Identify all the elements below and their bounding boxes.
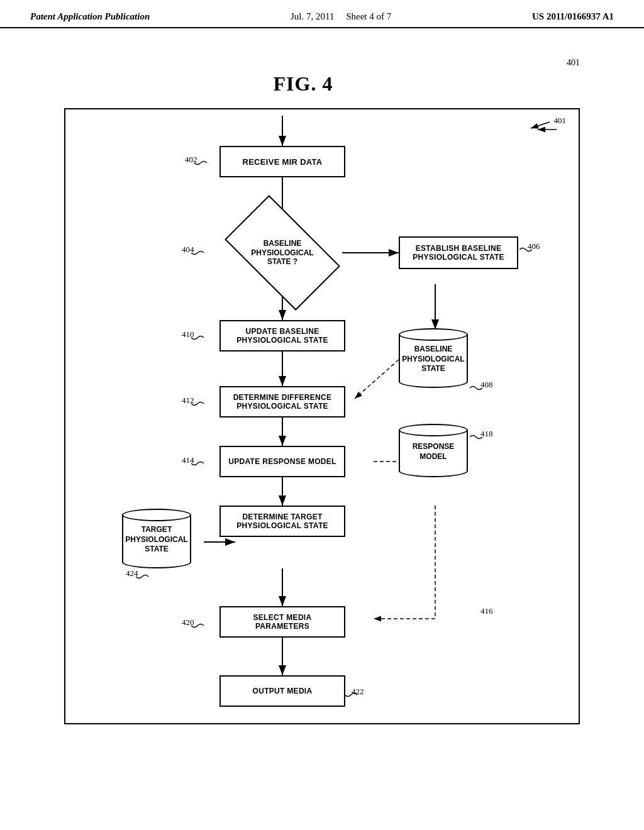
squiggle-410: [191, 331, 210, 344]
cyl-bottom-baseline: [399, 375, 468, 388]
squiggle-404: [191, 246, 210, 259]
squiggle-422: [345, 689, 364, 701]
figure-label: FIG. 4: [274, 72, 333, 96]
main-content: FIG. 4 401: [0, 28, 644, 737]
corner-arrow: [535, 123, 560, 136]
determine-target-box: DETERMINE TARGET PHYSIOLOGICAL STATE: [219, 506, 345, 537]
squiggle-412: [191, 397, 210, 410]
cyl-bottom-target: [122, 556, 191, 568]
header-sheet: Sheet 4 of 7: [346, 11, 391, 21]
select-media-box: SELECT MEDIA PARAMETERS: [219, 606, 345, 638]
ref-416: 416: [480, 606, 493, 616]
squiggle-402: [194, 157, 213, 169]
response-model-cylinder: RESPONSE MODEL: [399, 424, 468, 477]
squiggle-406: [519, 243, 538, 256]
determine-diff-box: DETERMINE DIFFERENCE PHYSIOLOGICAL STATE: [219, 386, 345, 418]
cyl-top-target: [122, 509, 191, 521]
squiggle-420: [191, 619, 210, 632]
header-date-sheet: Jul. 7, 2011 Sheet 4 of 7: [291, 11, 391, 22]
target-phys-cylinder: TARGET PHYSIOLOGICAL STATE: [122, 509, 191, 568]
establish-baseline-box: ESTABLISH BASELINE PHYSIOLOGICAL STATE: [399, 236, 518, 269]
diagram-container: RECEIVE MIR DATA 402 BASELINE PHYSIOLOGI…: [64, 108, 580, 724]
receive-mir-box: RECEIVE MIR DATA: [219, 146, 345, 177]
ref-401: 401: [567, 58, 580, 67]
cyl-bottom-response: [399, 465, 468, 477]
cyl-top-response: [399, 424, 468, 436]
update-baseline-box: UPDATE BASELINE PHYSIOLOGICAL STATE: [219, 320, 345, 351]
output-media-box: OUTPUT MEDIA: [219, 675, 345, 707]
patent-number: US 2011/0166937 A1: [532, 11, 614, 22]
page-header: Patent Application Publication Jul. 7, 2…: [0, 0, 644, 28]
squiggle-424: [136, 570, 155, 583]
squiggle-414: [191, 457, 210, 470]
baseline-check-diamond: BASELINE PHYSIOLOGICAL STATE ?: [219, 221, 345, 284]
header-date: Jul. 7, 2011: [291, 11, 334, 21]
svg-line-8: [355, 360, 399, 399]
update-response-box: UPDATE RESPONSE MODEL: [219, 446, 345, 477]
squiggle-418: [470, 431, 489, 443]
baseline-db-cylinder: BASELINE PHYSIOLOGICAL STATE: [399, 328, 468, 388]
squiggle-408: [470, 382, 489, 394]
cyl-top-baseline: [399, 328, 468, 341]
publication-title: Patent Application Publication: [30, 11, 150, 22]
